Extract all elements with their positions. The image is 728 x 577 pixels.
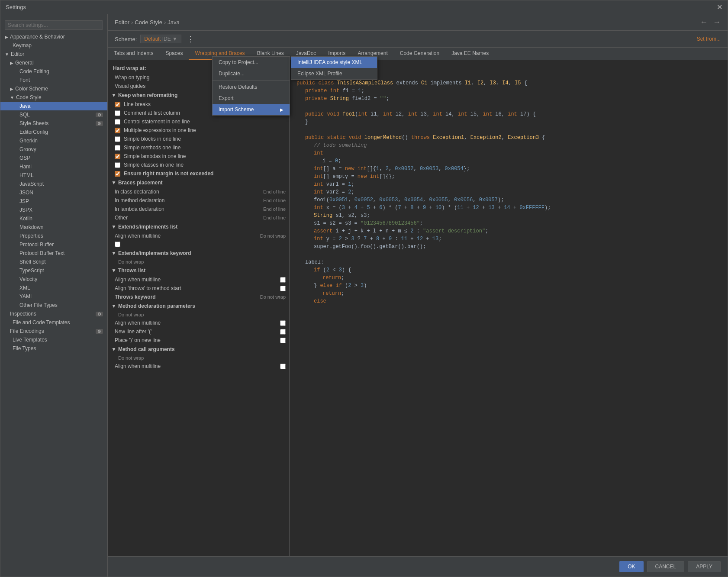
sidebar-item-velocity[interactable]: Velocity	[0, 275, 107, 284]
dropdown-duplicate[interactable]: Duplicate...	[213, 68, 290, 79]
sidebar-item-file-types[interactable]: File Types	[0, 344, 107, 353]
dropdown-export[interactable]: Export	[213, 93, 290, 104]
sidebar-item-color-scheme[interactable]: ▶ Color Scheme	[0, 84, 107, 93]
code-line-5: }	[296, 118, 721, 126]
in-lambda-declaration-row: In lambda declaration End of line	[108, 205, 289, 213]
search-input[interactable]	[5, 20, 103, 30]
code-line-10: int[] a = new int[]{1, 2, 0x0052, 0x0053…	[296, 165, 721, 173]
sidebar-item-java[interactable]: Java	[0, 102, 107, 110]
scheme-select[interactable]: Default IDE ▼	[140, 35, 181, 43]
sidebar-item-file-encodings[interactable]: File Encodings ⚙	[0, 327, 107, 335]
other-value: End of line	[263, 215, 286, 220]
sidebar-item-font[interactable]: Font	[0, 76, 107, 84]
code-line-11: int[] empty = new int[]{};	[296, 173, 721, 181]
sidebar-item-kotlin[interactable]: Kotlin	[0, 214, 107, 223]
align-multiline-throws-row: Align when multiline	[108, 275, 289, 284]
simple-classes-checkbox[interactable]	[115, 162, 120, 168]
code-line-return2: return;	[296, 290, 721, 297]
nav-forward-button[interactable]: →	[713, 18, 721, 27]
code-line-7: // todo something	[296, 142, 721, 149]
tab-spaces[interactable]: Spaces	[159, 48, 189, 60]
sidebar-item-markdown[interactable]: Markdown	[0, 223, 107, 232]
code-preview: // This is a sample file. public class T…	[290, 60, 728, 556]
tab-code-generation[interactable]: Code Generation	[394, 48, 445, 60]
sidebar-item-code-editing[interactable]: Code Editing	[0, 67, 107, 76]
tab-java-ee-names[interactable]: Java EE Names	[445, 48, 495, 60]
in-class-declaration-value: End of line	[263, 189, 286, 194]
dropdown-import-scheme[interactable]: Import Scheme ▶	[213, 104, 290, 115]
sidebar-item-file-code-templates[interactable]: File and Code Templates	[0, 318, 107, 327]
sidebar-item-json[interactable]: JSON	[0, 188, 107, 197]
simple-blocks-label: Simple blocks in one line	[124, 136, 286, 142]
ensure-right-margin-row: Ensure right margin is not exceeded	[108, 169, 289, 178]
sidebar-item-code-style[interactable]: ▼ Code Style	[0, 93, 107, 102]
nav-back-button[interactable]: ←	[700, 18, 708, 27]
simple-methods-checkbox[interactable]	[115, 145, 120, 151]
tab-tabs-indents[interactable]: Tabs and Indents	[108, 48, 159, 60]
sidebar-item-javascript[interactable]: JavaScript	[0, 180, 107, 188]
in-method-declaration-row: In method declaration End of line	[108, 196, 289, 205]
ensure-right-margin-checkbox[interactable]	[115, 171, 120, 177]
apply-button[interactable]: APPLY	[688, 561, 721, 572]
place-rparen-label: Place ')' on new line	[115, 337, 277, 343]
right-panel: Editor › Code Style › Java ← → Scheme: D…	[108, 14, 728, 577]
sidebar-item-properties[interactable]: Properties	[0, 232, 107, 240]
code-line-20: super.getFoo().foo().getBar().bar();	[296, 243, 721, 251]
sidebar-item-inspections[interactable]: Inspections ⚙	[0, 309, 107, 318]
sidebar-item-keymap[interactable]: Keymap	[0, 41, 107, 50]
sidebar-item-yaml[interactable]: YAML	[0, 292, 107, 301]
new-line-lparen-checkbox[interactable]	[280, 329, 286, 335]
sidebar-item-typescript[interactable]: TypeScript	[0, 266, 107, 275]
sidebar-item-protocol-buffer[interactable]: Protocol Buffer	[0, 240, 107, 249]
method-call-value-row: Do not wrap	[111, 354, 289, 362]
submenu-intellij-xml[interactable]: IntelliJ IDEA code style XML	[291, 57, 377, 68]
align-multiline-ext-checkbox[interactable]	[115, 242, 120, 247]
sidebar-item-gherkin[interactable]: Gherkin	[0, 136, 107, 145]
simple-classes-label: Simple classes in one line	[124, 162, 286, 168]
in-method-declaration-label: In method declaration	[115, 197, 260, 203]
sidebar-item-other-file-types[interactable]: Other File Types	[0, 301, 107, 309]
simple-methods-row: Simple methods one line	[108, 143, 289, 152]
sidebar-item-gsp[interactable]: GSP	[0, 154, 107, 162]
close-button[interactable]: ✕	[717, 3, 722, 11]
sidebar-item-live-templates[interactable]: Live Templates	[0, 335, 107, 344]
method-call-arrow: ▼	[111, 346, 116, 352]
caret-codestyle-icon: ▼	[10, 95, 14, 100]
align-multiline-call-checkbox[interactable]	[280, 364, 286, 369]
line-breaks-checkbox[interactable]	[115, 102, 120, 107]
sidebar-item-editor[interactable]: ▼ Editor	[0, 50, 107, 58]
simple-lambdas-checkbox[interactable]	[115, 154, 120, 159]
cancel-button[interactable]: CANCEL	[647, 561, 685, 572]
sidebar-item-protocol-buffer-text[interactable]: Protocol Buffer Text	[0, 249, 107, 258]
set-from-button[interactable]: Set from...	[697, 36, 721, 42]
comment-first-column-checkbox[interactable]	[115, 110, 120, 116]
sidebar-item-shell-script[interactable]: Shell Script	[0, 258, 107, 266]
control-statement-checkbox[interactable]	[115, 119, 120, 125]
dropdown-menu: Copy to Project... Duplicate... Restore …	[212, 56, 290, 116]
sidebar-item-html[interactable]: HTML	[0, 171, 107, 180]
place-rparen-checkbox[interactable]	[280, 338, 286, 343]
sidebar-item-jsp[interactable]: JSP	[0, 197, 107, 206]
sidebar-item-jspx[interactable]: JSPX	[0, 206, 107, 214]
simple-blocks-checkbox[interactable]	[115, 136, 120, 142]
align-multiline-throws-checkbox[interactable]	[280, 277, 286, 283]
sidebar-item-general[interactable]: ▶ General	[0, 58, 107, 67]
dropdown-restore-defaults[interactable]: Restore Defaults	[213, 81, 290, 93]
ok-button[interactable]: OK	[619, 561, 643, 572]
submenu-eclipse-xml[interactable]: Eclipse XML Profile	[291, 68, 377, 79]
sidebar-item-xml[interactable]: XML	[0, 284, 107, 292]
align-throws-method-start-checkbox[interactable]	[280, 286, 286, 291]
dropdown-copy-project[interactable]: Copy to Project...	[213, 57, 290, 68]
sidebar-item-stylesheets[interactable]: Style Sheets ⚙	[0, 119, 107, 128]
multiple-expressions-label: Multiple expressions in one line	[124, 127, 286, 133]
align-multiline-method-checkbox[interactable]	[280, 320, 286, 326]
align-multiline-ext-label: Align when multiline	[115, 233, 257, 239]
sidebar-item-sql[interactable]: SQL ⚙	[0, 110, 107, 119]
scheme-options-button[interactable]: ⋮	[185, 34, 196, 44]
sidebar-item-appearance[interactable]: ▶ Appearance & Behavior	[0, 32, 107, 41]
sidebar-label-general: General	[15, 60, 34, 66]
sidebar-item-groovy[interactable]: Groovy	[0, 145, 107, 154]
multiple-expressions-checkbox[interactable]	[115, 128, 120, 133]
sidebar-item-haml[interactable]: Haml	[0, 162, 107, 171]
sidebar-item-editorconfig[interactable]: EditorConfig	[0, 128, 107, 136]
